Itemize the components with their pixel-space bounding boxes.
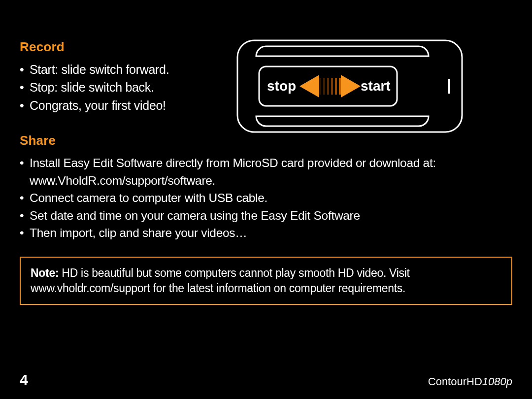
model-suffix: 1080p [482, 375, 512, 388]
share-item: Then import, clip and share your videos… [20, 224, 512, 242]
page-footer: 4 ContourHD1080p [20, 371, 512, 388]
stop-label: stop [267, 78, 296, 94]
svg-rect-6 [331, 78, 333, 95]
share-item: Install Easy Edit Software directly from… [20, 154, 512, 189]
share-item: Set date and time on your camera using t… [20, 207, 512, 225]
manual-page: Record Start: slide switch forward. Stop… [0, 0, 532, 399]
top-row: Record Start: slide switch forward. Stop… [20, 39, 512, 133]
note-box: Note: HD is beautiful but some computers… [20, 257, 512, 305]
share-list: Install Easy Edit Software directly from… [20, 154, 512, 242]
record-item: Start: slide switch forward. [20, 61, 227, 78]
note-body: HD is beautiful but some computers canno… [31, 266, 410, 295]
svg-rect-8 [339, 78, 341, 95]
record-item: Congrats, your first video! [20, 97, 227, 114]
record-column: Record Start: slide switch forward. Stop… [20, 39, 227, 129]
share-heading: Share [20, 133, 512, 148]
start-label: start [361, 78, 391, 94]
svg-rect-7 [335, 78, 337, 95]
note-text: Note: HD is beautiful but some computers… [31, 266, 501, 296]
camera-switch-diagram: stop start [236, 39, 463, 133]
record-heading: Record [20, 39, 227, 55]
record-item: Stop: slide switch back. [20, 78, 227, 96]
svg-rect-5 [327, 78, 329, 95]
record-list: Start: slide switch forward. Stop: slide… [20, 61, 227, 114]
note-label: Note: [31, 266, 59, 279]
share-item: Connect camera to computer with USB cabl… [20, 189, 512, 207]
svg-rect-3 [319, 78, 321, 95]
diagram-wrap: stop start [227, 39, 512, 133]
share-section: Share Install Easy Edit Software directl… [20, 133, 512, 242]
page-number: 4 [20, 371, 28, 388]
model-prefix: ContourHD [428, 375, 482, 388]
svg-rect-4 [323, 78, 325, 95]
model-name: ContourHD1080p [428, 375, 512, 388]
